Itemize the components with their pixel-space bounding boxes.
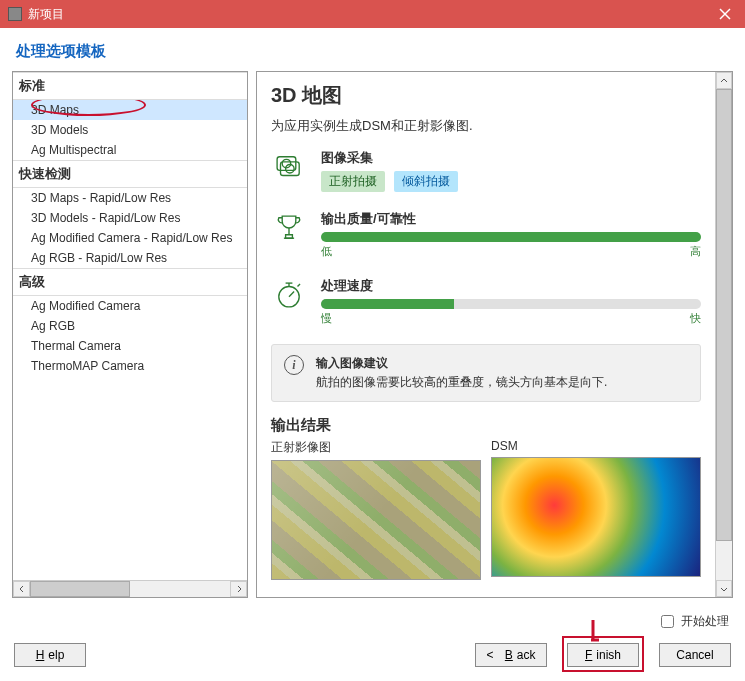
list-item[interactable]: ThermoMAP Camera xyxy=(13,356,247,376)
group-header-rapid: 快速检测 xyxy=(13,160,247,188)
chevron-down-icon xyxy=(720,585,728,593)
bar-high-label: 高 xyxy=(690,244,701,259)
detail-pane: 3D 地图 为应用实例生成DSM和正射影像图. 图像采集 正射拍摄 倾斜拍摄 xyxy=(256,71,733,598)
outputs-title: 输出结果 xyxy=(271,416,701,435)
group-header-advanced: 高级 xyxy=(13,268,247,296)
ortho-thumbnail xyxy=(271,460,481,580)
scroll-thumb[interactable] xyxy=(30,581,130,597)
list-item-3d-maps[interactable]: 3D Maps xyxy=(13,100,247,120)
scroll-right-arrow[interactable] xyxy=(230,581,247,597)
stopwatch-icon xyxy=(271,277,307,313)
back-button[interactable]: < Back xyxy=(475,643,547,667)
title-bar: 新项目 xyxy=(0,0,745,28)
tag-oblique: 倾斜拍摄 xyxy=(394,171,458,192)
list-item[interactable]: Ag Multispectral xyxy=(13,140,247,160)
detail-subtitle: 为应用实例生成DSM和正射影像图. xyxy=(271,117,701,135)
detail-scroll: 3D 地图 为应用实例生成DSM和正射影像图. 图像采集 正射拍摄 倾斜拍摄 xyxy=(257,72,715,597)
trophy-icon xyxy=(271,210,307,246)
scroll-down-arrow[interactable] xyxy=(716,580,732,597)
metric-speed: 处理速度 慢 快 xyxy=(271,277,701,326)
info-title: 输入图像建议 xyxy=(316,355,607,372)
dialog-window: 新项目 处理选项模板 标准 3D Maps 3D Models Ag Multi… xyxy=(0,0,745,681)
metric-quality: 输出质量/可靠性 低 高 xyxy=(271,210,701,259)
vertical-scrollbar[interactable] xyxy=(715,72,732,597)
list-item[interactable]: Ag RGB xyxy=(13,316,247,336)
scroll-up-arrow[interactable] xyxy=(716,72,732,89)
bar-slow-label: 慢 xyxy=(321,311,332,326)
output-label: 正射影像图 xyxy=(271,439,481,456)
metric-label: 处理速度 xyxy=(321,277,701,295)
button-bar: Help < Back Finish Cancel xyxy=(0,633,745,681)
app-icon xyxy=(8,7,22,21)
list-item[interactable]: Ag Modified Camera - Rapid/Low Res xyxy=(13,228,247,248)
info-box: i 输入图像建议 航拍的图像需要比较高的重叠度，镜头方向基本是向下. xyxy=(271,344,701,402)
bar-fast-label: 快 xyxy=(690,311,701,326)
svg-line-11 xyxy=(298,284,301,287)
list-item[interactable]: 3D Models xyxy=(13,120,247,140)
output-ortho: 正射影像图 xyxy=(271,439,481,580)
chevron-up-icon xyxy=(720,77,728,85)
detail-title: 3D 地图 xyxy=(271,82,701,109)
annotation-mark xyxy=(589,618,609,648)
tag-ortho: 正射拍摄 xyxy=(321,171,385,192)
dsm-thumbnail xyxy=(491,457,701,577)
scroll-thumb[interactable] xyxy=(716,89,732,541)
scroll-track[interactable] xyxy=(30,581,230,597)
bar-low-label: 低 xyxy=(321,244,332,259)
close-icon xyxy=(719,8,731,20)
chevron-left-icon xyxy=(18,585,26,593)
tags: 正射拍摄 倾斜拍摄 xyxy=(321,171,701,192)
info-body: 航拍的图像需要比较高的重叠度，镜头方向基本是向下. xyxy=(316,374,607,391)
body: 标准 3D Maps 3D Models Ag Multispectral 快速… xyxy=(0,71,745,606)
window-close-button[interactable] xyxy=(705,0,745,28)
template-list: 标准 3D Maps 3D Models Ag Multispectral 快速… xyxy=(12,71,248,598)
help-button[interactable]: Help xyxy=(14,643,86,667)
list-item[interactable]: Ag RGB - Rapid/Low Res xyxy=(13,248,247,268)
metric-image-acquisition: 图像采集 正射拍摄 倾斜拍摄 xyxy=(271,149,701,192)
output-dsm: DSM xyxy=(491,439,701,580)
outputs: 正射影像图 DSM xyxy=(271,439,701,580)
output-label: DSM xyxy=(491,439,701,453)
checkbox-label: 开始处理 xyxy=(681,613,729,630)
horizontal-scrollbar[interactable] xyxy=(13,580,247,597)
finish-button[interactable]: Finish xyxy=(567,643,639,667)
group-header-standard: 标准 xyxy=(13,72,247,100)
speed-bar: 慢 快 xyxy=(321,299,701,326)
scroll-track[interactable] xyxy=(716,89,732,580)
list-item[interactable]: 3D Models - Rapid/Low Res xyxy=(13,208,247,228)
start-processing-checkbox[interactable] xyxy=(661,615,674,628)
svg-line-8 xyxy=(289,292,294,297)
info-icon: i xyxy=(284,355,304,375)
quality-bar: 低 高 xyxy=(321,232,701,259)
scroll-left-arrow[interactable] xyxy=(13,581,30,597)
template-list-scroll: 标准 3D Maps 3D Models Ag Multispectral 快速… xyxy=(13,72,247,580)
window-title: 新项目 xyxy=(28,6,705,23)
item-label: 3D Maps xyxy=(31,103,79,117)
cancel-button[interactable]: Cancel xyxy=(659,643,731,667)
chevron-right-icon xyxy=(235,585,243,593)
svg-point-7 xyxy=(279,287,299,307)
list-item[interactable]: Thermal Camera xyxy=(13,336,247,356)
metric-label: 输出质量/可靠性 xyxy=(321,210,701,228)
metric-label: 图像采集 xyxy=(321,149,701,167)
list-item[interactable]: 3D Maps - Rapid/Low Res xyxy=(13,188,247,208)
list-item[interactable]: Ag Modified Camera xyxy=(13,296,247,316)
footer-checkbox-row: 开始处理 xyxy=(0,606,745,633)
section-title: 处理选项模板 xyxy=(0,28,745,71)
camera-stack-icon xyxy=(271,149,307,185)
